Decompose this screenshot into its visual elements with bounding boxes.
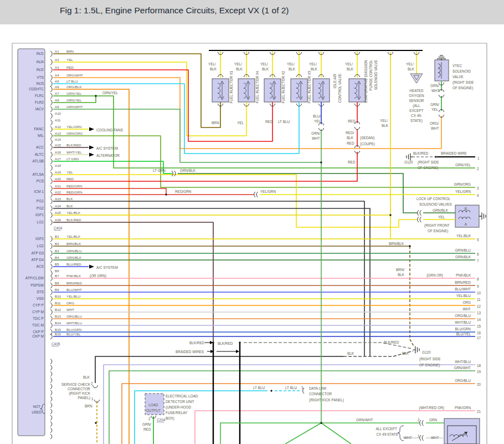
inline-connector bbox=[422, 435, 423, 441]
ecm-terminal-B15: CKP P bbox=[33, 330, 44, 334]
pin-number-A8: A8 bbox=[55, 98, 59, 102]
ecm-terminal-A23: PG1 bbox=[37, 199, 44, 203]
diagram-label: LT GRN bbox=[153, 169, 166, 172]
pin-hook-B11 bbox=[50, 303, 52, 308]
junction-dot bbox=[165, 193, 167, 195]
pin-number-B11: B11 bbox=[55, 301, 61, 305]
pin-wire-color-A23: BLK bbox=[66, 197, 74, 201]
pin-wire-color-A2: YEL bbox=[66, 58, 73, 62]
pin-hook-A13 bbox=[50, 133, 52, 139]
component-box bbox=[313, 79, 330, 102]
diagram-label: BOX) bbox=[166, 416, 174, 421]
diagram-label: C204 bbox=[157, 418, 166, 422]
junction-dot bbox=[409, 245, 410, 247]
diagram-label: 3 bbox=[477, 186, 479, 190]
not-used-pin-hook bbox=[50, 359, 52, 364]
inline-connector bbox=[418, 210, 419, 216]
diagram-label: ORG/BLU bbox=[455, 314, 471, 318]
ecm-terminal-B10: VSS bbox=[37, 297, 44, 300]
component-label: EVAPORATIVE EMISSION bbox=[364, 60, 368, 103]
pin-hook-B12 bbox=[50, 309, 52, 315]
pin-hook-B10 bbox=[50, 296, 52, 302]
pin-wire-color-A19: YEL bbox=[66, 170, 73, 174]
pin-wire-color-A15: BLK/RED bbox=[66, 143, 81, 147]
inline-connector bbox=[422, 420, 423, 426]
diagram-label: EXCEPT bbox=[409, 109, 424, 113]
pin-number-B3: B3 bbox=[55, 249, 59, 253]
diagram-label: (RIGHT FRONT bbox=[424, 223, 450, 228]
pin-wire-color-B2: BRN/BLK bbox=[66, 242, 81, 246]
diagram-label: YEL/ bbox=[345, 62, 353, 66]
connector-hook bbox=[93, 385, 98, 388]
ecm-terminal-A6: O2SHTC bbox=[29, 87, 44, 91]
pin-number-B12: B12 bbox=[55, 308, 61, 312]
pin-hook-A2 bbox=[50, 59, 52, 65]
pin-hook-A3 bbox=[50, 67, 52, 73]
junction-dot bbox=[270, 390, 272, 391]
pin-hook-A23 bbox=[50, 198, 52, 204]
not-used-pin-hook bbox=[50, 371, 52, 376]
system-arrow bbox=[89, 146, 94, 150]
diagram-label: YEL/ bbox=[380, 119, 388, 123]
diagram-label: BLU/WHT bbox=[455, 287, 471, 291]
diagram-label: GRN/ bbox=[142, 422, 151, 426]
ecm-terminal-A17: ATLSB bbox=[33, 159, 44, 163]
diagram-label: (WHT/RED OR) bbox=[419, 406, 444, 410]
diagram-label: BLU/GRN bbox=[455, 327, 471, 331]
diagram-label: WHT bbox=[404, 436, 412, 440]
wiring-diagram: A1BRNINJ1A2YELINJ4A3REDINJ2A4ORG/WHTVTSA… bbox=[0, 0, 504, 444]
diagram-label: 4 bbox=[477, 193, 479, 197]
pin-number-A4: A4 bbox=[55, 73, 59, 77]
diagram-label: BLK bbox=[289, 67, 296, 71]
pin-wire-color-A24: BLK bbox=[66, 204, 74, 208]
diagram-label: 21 bbox=[477, 410, 481, 414]
diagram-label: YEL/ bbox=[309, 62, 317, 66]
pin-number-B2: B2 bbox=[55, 242, 59, 246]
diagram-label: OXYGEN bbox=[409, 94, 424, 98]
diagram-label: BRN bbox=[212, 121, 219, 125]
pin-wire-color-A22: RED/GRN bbox=[66, 190, 83, 194]
pin-number-B8: B8 bbox=[55, 281, 59, 285]
diagram-label: 1 bbox=[91, 397, 94, 401]
inline-connector bbox=[254, 192, 255, 197]
pin-number-A13: A13 bbox=[55, 131, 61, 135]
ecm-terminal-B7: ATP/CLSW bbox=[25, 276, 44, 280]
pin-number-A16: A16 bbox=[55, 150, 61, 154]
pin-wire-color-B11: ORG bbox=[66, 301, 74, 305]
diagram-label: PNK/GRN bbox=[455, 406, 471, 410]
diagram-label: OF ENGINE) bbox=[428, 229, 448, 233]
diagram-label: CONNECTOR bbox=[309, 392, 332, 396]
pin-number-B9: B9 bbox=[55, 288, 59, 292]
diagram-label: YEL/GRN bbox=[260, 190, 276, 193]
diagram-label: 9 bbox=[477, 284, 479, 288]
not-used-pin-hook bbox=[50, 396, 52, 401]
diagram-label: RED bbox=[265, 120, 273, 124]
diagram-label: YEL bbox=[314, 119, 321, 123]
diagram-label: BLK/RED bbox=[413, 151, 429, 155]
diagram-label: GRN/ bbox=[311, 131, 320, 135]
pin-wire-color-A26: BLK/RED bbox=[66, 218, 81, 222]
diagram-label: LOCK UP CONTROL bbox=[416, 197, 450, 201]
pin-hook-A22 bbox=[50, 192, 52, 197]
pin-hook-B3 bbox=[50, 251, 52, 256]
wire-a23-blk bbox=[53, 201, 364, 356]
diagram-label: GRN/ORG bbox=[454, 182, 471, 186]
diagram-label: LT BLU bbox=[285, 386, 297, 390]
pin-wire-color-A13: GRN/ORG bbox=[66, 131, 83, 135]
pin-number-A11: A11 bbox=[55, 118, 61, 122]
pin-hook-B8 bbox=[50, 283, 52, 288]
pin-number-A10: A10 bbox=[55, 111, 61, 115]
diagram-label: GRN bbox=[429, 418, 438, 422]
connector-hook bbox=[355, 127, 360, 130]
diagram-label: GRN/BLK bbox=[433, 208, 449, 212]
wire-svc-blk bbox=[95, 356, 343, 383]
diagram-label: BLK bbox=[347, 67, 354, 71]
diagram-label: WHT bbox=[462, 307, 471, 311]
pin-hook-B9 bbox=[50, 289, 52, 295]
wire-lockup-grnblk bbox=[178, 173, 418, 213]
diagram-label: 6 bbox=[477, 252, 479, 256]
pin-wire-color-A4: ORG/WHT bbox=[66, 73, 83, 77]
diagram-label: RED/ bbox=[346, 131, 354, 135]
diagram-label: WHT bbox=[431, 436, 439, 440]
pin-number-A3: A3 bbox=[55, 65, 59, 69]
